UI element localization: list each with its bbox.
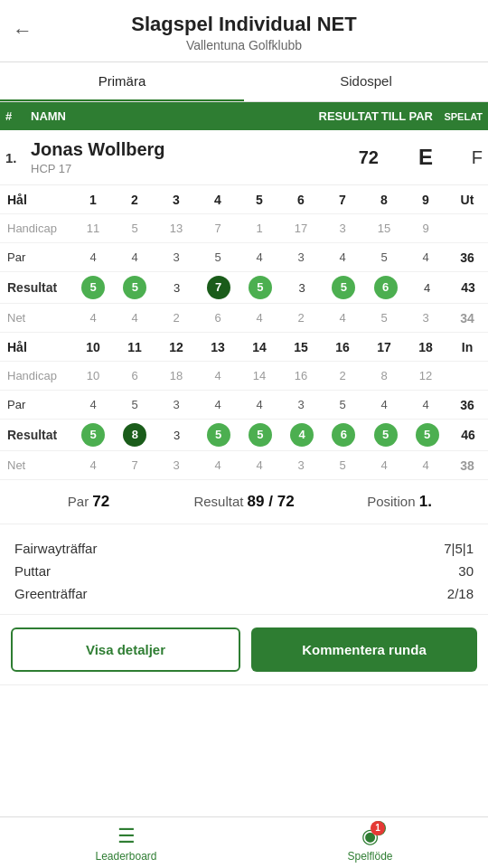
sc-cell: 3 (405, 307, 446, 329)
sc-cell: 4 (114, 246, 155, 269)
sc-cell: 4 (322, 246, 363, 269)
sc-cell: 4 (72, 393, 114, 416)
stat-value: 7|5|1 (444, 541, 474, 556)
sc-result-cell: 7 (198, 272, 239, 303)
sc-result-cell: 5 (364, 420, 406, 450)
sc-hal-label: Hål (0, 335, 72, 359)
sc-par-row-total: 36 (446, 246, 488, 269)
sc-par-row-label: Par (0, 393, 72, 416)
player-score: 72 (306, 147, 379, 168)
sc-result-cell: 5 (72, 420, 114, 450)
sc-cell: 10 (72, 364, 114, 387)
sc-par-row-total: 36 (446, 393, 488, 417)
sc-handicap-row-label: Handicap (0, 217, 72, 240)
sc-result-cell: 5 (72, 272, 114, 303)
sc-cell: 11 (72, 217, 114, 240)
sc-result-cell: 4 (407, 278, 448, 298)
sc-result-cell: 5 (239, 420, 281, 450)
sc-cell: 12 (405, 364, 446, 387)
sc-cell: 4 (72, 246, 114, 269)
sc-resultat-label: Resultat (0, 276, 72, 299)
col-result: RESULTAT (306, 109, 379, 123)
sc-cell: 13 (155, 217, 197, 240)
sc-hole-header: 7 (322, 188, 363, 212)
tab-sidospel[interactable]: Sidospel (244, 62, 488, 101)
page-title: Slagspel Individual NET (9, 13, 479, 36)
player-row[interactable]: 1. Jonas Wollberg HCP 17 72 E F (0, 130, 488, 185)
sc-hole-header: 12 (155, 335, 197, 359)
summary-row: Par 72 Resultat 89 / 72 Position 1. (0, 480, 488, 524)
spelflode-badge-wrap: ◉ 1 1 (361, 825, 379, 850)
sc-hole-header: 16 (322, 335, 363, 359)
sc-par-row: Par44354345436 (0, 243, 488, 272)
player-rank: 1. (5, 150, 31, 165)
scorecard-back9: Hål101112131415161718InHandicap106184141… (0, 333, 488, 480)
sc-cell: 4 (239, 307, 280, 329)
sc-cell: 5 (322, 454, 363, 476)
sc-cell: 6 (114, 364, 155, 387)
nav-spelflode[interactable]: ◉ 1 1 Spelflöde (347, 825, 392, 863)
sc-cell: 4 (405, 246, 446, 269)
sc-result-cell: 3 (155, 425, 197, 446)
tab-bar: Primära Sidospel (0, 62, 488, 102)
sc-total-header: Ut (446, 188, 488, 212)
sc-cell: 3 (280, 454, 322, 476)
visa-detaljer-button[interactable]: Visa detaljer (11, 627, 240, 672)
sc-cell: 4 (239, 246, 280, 269)
action-buttons: Visa detaljer Kommentera runda (0, 615, 488, 685)
sc-handicap-row-total (446, 224, 488, 233)
kommentera-runda-button[interactable]: Kommentera runda (251, 627, 477, 672)
stat-row: Fairwayträffar7|5|1 (14, 537, 474, 560)
sc-hole-header: 5 (239, 188, 280, 212)
sc-resultat-row: Resultat55375356443 (0, 272, 488, 304)
player-info: Jonas Wollberg HCP 17 (31, 139, 306, 175)
sc-hole-header: 14 (239, 335, 280, 359)
sc-cell: 3 (155, 393, 197, 416)
col-spelat: SPELAT (433, 111, 483, 122)
tab-primara[interactable]: Primära (0, 62, 244, 101)
sc-cell: 4 (114, 307, 155, 329)
sc-hole-header: 18 (405, 335, 446, 359)
sc-cell: 5 (197, 246, 239, 269)
sc-result-cell: 5 (114, 272, 155, 303)
sc-cell: 14 (239, 364, 280, 387)
sc-result-cell: 5 (198, 420, 239, 450)
summary-resultat: Resultat 89 / 72 (166, 493, 322, 511)
nav-leaderboard-label: Leaderboard (95, 850, 156, 863)
back-button[interactable]: ← (13, 19, 33, 42)
sc-net-row-total: 38 (446, 454, 488, 477)
sc-cell: 5 (363, 246, 405, 269)
sc-cell: 5 (114, 217, 155, 240)
sc-header-row: Hål101112131415161718In (0, 333, 488, 362)
sc-cell: 4 (239, 393, 280, 416)
sc-result-cell: 3 (281, 278, 323, 298)
sc-total-header: In (446, 335, 488, 359)
sc-cell: 3 (322, 217, 363, 240)
sc-header-row: Hål123456789Ut (0, 185, 488, 214)
stat-label: Puttar (14, 563, 51, 579)
sc-hole-header: 3 (155, 188, 197, 212)
sc-cell: 16 (280, 364, 322, 387)
sc-cell: 4 (363, 393, 405, 416)
sc-cell: 5 (363, 307, 405, 329)
sc-hole-header: 4 (197, 188, 239, 212)
sc-cell: 4 (197, 454, 239, 476)
sc-result-cell: 6 (323, 420, 364, 450)
sc-cell: 4 (405, 454, 446, 476)
badge-red: 1 (371, 821, 385, 835)
sc-net-row-label: Net (0, 454, 72, 476)
sc-cell: 3 (155, 246, 197, 269)
summary-position: Position 1. (322, 493, 477, 511)
sc-result-cell: 8 (114, 420, 155, 450)
scorecard-front9: Hål123456789UtHandicap1151371173159Par44… (0, 185, 488, 333)
nav-leaderboard[interactable]: ☰ Leaderboard (95, 825, 156, 863)
sc-cell: 8 (363, 364, 405, 387)
sc-handicap-row: Handicap1151371173159 (0, 214, 488, 243)
sc-resultat-row: Resultat58355465546 (0, 420, 488, 451)
sc-cell: 1 (239, 217, 280, 240)
sc-result-cell: 4 (281, 420, 323, 450)
sc-cell: 4 (197, 364, 239, 387)
stat-label: Greenträffar (14, 586, 88, 601)
player-name: Jonas Wollberg (31, 139, 306, 160)
sc-hole-header: 9 (405, 188, 446, 212)
